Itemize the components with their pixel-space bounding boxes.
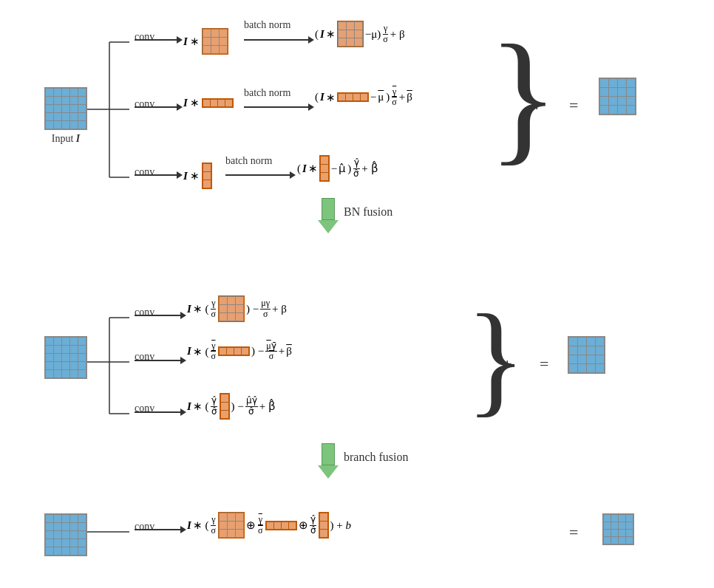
top-row2-formula1: I∗ (183, 96, 234, 109)
mid-row2-conv-arrow (135, 360, 183, 361)
top-row3-bn-arrow (225, 174, 292, 176)
top-output-tensor (599, 78, 636, 115)
bot-equals: = (569, 523, 578, 542)
bn-fusion-label: BN fusion (344, 205, 392, 219)
top-row1-bn-label: batch norm (244, 19, 290, 31)
bn-fusion-arrow (318, 198, 339, 233)
top-row3-kernel (202, 163, 212, 189)
top-plus: + (532, 96, 542, 115)
top-row3-out-kernel (319, 155, 330, 182)
mid-row1-conv-arrow (135, 315, 183, 316)
bot-input-tensor (44, 513, 87, 556)
mid-row2-formula: I∗ ( γ σ ) − μγ̄ σ +β (187, 341, 292, 361)
mid-row2-kernel (218, 346, 250, 356)
branch-fusion-label: branch fusion (344, 451, 409, 464)
top-row1-bn-arrow (244, 39, 310, 41)
top-row1-conv-arrowhead (177, 36, 183, 44)
top-row2-bn-arrow (244, 106, 310, 108)
top-row2-kernel (202, 98, 234, 108)
mid-brace: } (466, 295, 526, 421)
mid-row1-conv-label: conv (135, 307, 154, 318)
top-row1-conv-arrow (135, 39, 179, 41)
top-row3-conv-arrow (135, 174, 179, 176)
top-row3-bn-arrowhead (290, 171, 296, 179)
top-row2-conv-arrow (135, 106, 179, 108)
bot-conv-arrow (135, 529, 183, 530)
top-row3-bn-label: batch norm (225, 155, 272, 167)
mid-equals: = (540, 355, 548, 374)
top-row2-out-kernel (337, 92, 369, 102)
mid-row3-conv-arrow (135, 411, 183, 413)
bot-formula: I∗ ( γ σ ⊕ γ σ ⊕ γ̂ σ̂ (187, 512, 351, 539)
input-label: Input I (52, 133, 81, 145)
top-row3-formula1: I∗ (183, 163, 212, 189)
diagram: Input I conv I∗ batch norm (I∗ −μ) γ σ +… (0, 0, 714, 588)
mid-row3-conv-arrowhead (180, 408, 186, 416)
bot-kernel3 (319, 512, 329, 539)
top-row1-frac-gs: γ σ (382, 24, 388, 44)
branch-fusion-arrow (318, 443, 339, 479)
mid-output-grid (568, 336, 605, 374)
mid-row1-kernel (218, 295, 245, 322)
mid-row1-formula: I∗ ( γ σ ) − μγ σ + β (187, 295, 287, 322)
bot-conv-arrowhead (180, 526, 186, 533)
top-row3-formula2: (I∗ −μ̂) γ̂ σ̂ + β̂ (297, 155, 378, 182)
top-row1-out-kernel (337, 21, 364, 47)
mid-input-tensor (44, 336, 87, 379)
top-row1-formula2: (I∗ −μ) γ σ + β (315, 21, 405, 47)
bot-kernel1 (218, 512, 245, 539)
mid-row3-formula: I∗ ( γ̂ σ̂ ) − μ̂γ̂ σ̂ + β̂ (187, 393, 276, 420)
mid-output-tensor (568, 336, 605, 374)
top-output-grid (599, 78, 636, 115)
bot-kernel2 (265, 521, 297, 530)
top-row2-conv-label: conv (135, 98, 154, 110)
top-row1-formula1: I∗ (183, 28, 228, 55)
mid-row2-conv-arrowhead (180, 357, 186, 364)
mid-row3-kernel (220, 393, 230, 420)
top-row2-conv-arrowhead (177, 103, 183, 111)
top-row1-bn-arrowhead (308, 36, 314, 44)
bot-output-grid (602, 513, 634, 545)
top-row3-conv-label: conv (135, 166, 154, 178)
top-row2-bn-arrowhead (308, 103, 314, 111)
top-row2-frac: γ σ (391, 87, 397, 107)
top-input-tensor: Input I (44, 87, 87, 145)
top-brace: } (488, 22, 559, 170)
top-row1-conv-label: conv (135, 31, 154, 43)
bot-input-grid (44, 513, 87, 556)
mid-row1-conv-arrowhead (180, 312, 186, 319)
input-tensor-grid (44, 87, 87, 130)
top-row3-conv-arrowhead (177, 171, 183, 179)
top-row2-bn-label: batch norm (244, 87, 290, 99)
bot-output-tensor (602, 513, 634, 545)
mid-plus: + (503, 355, 512, 374)
bot-conv-label: conv (135, 521, 154, 533)
top-row3-frac: γ̂ σ̂ (353, 158, 360, 178)
top-row1-kernel-tensor (202, 28, 228, 55)
top-equals: = (569, 96, 578, 115)
mid-input-grid (44, 336, 87, 379)
top-row2-formula2: (I∗ −μ) γ σ +β (315, 87, 412, 107)
